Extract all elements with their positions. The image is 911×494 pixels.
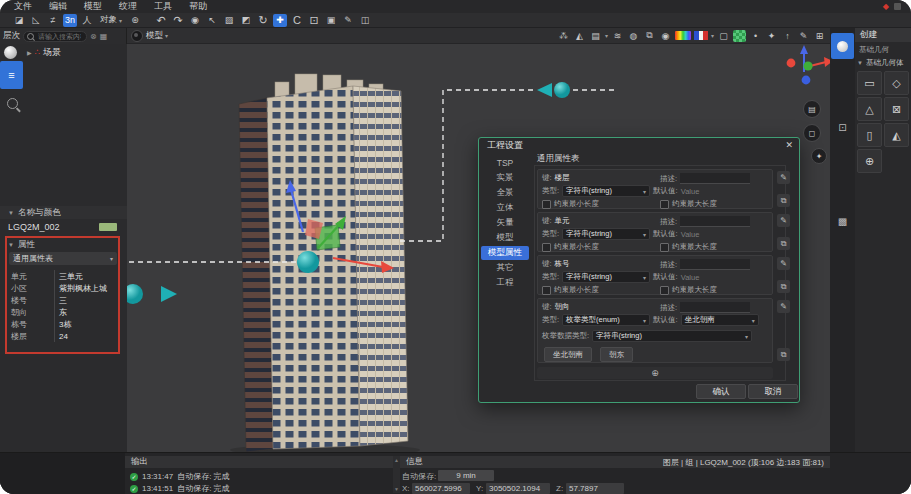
scroll-down-icon[interactable]: ▼ — [394, 486, 399, 492]
dot-icon[interactable]: • — [749, 29, 762, 42]
cylinder-tool-icon[interactable]: ▯ — [857, 123, 882, 147]
search-box[interactable] — [23, 31, 87, 42]
cube-view-button[interactable]: ◻ — [803, 124, 821, 142]
tab-panorama[interactable]: 全景 — [481, 186, 529, 200]
menu-edit[interactable]: 编辑 — [49, 0, 67, 13]
max-length-checkbox[interactable] — [660, 243, 669, 252]
map-view-button[interactable]: ▤ — [803, 100, 821, 118]
search-clear-icon[interactable]: ⊗ — [90, 32, 97, 41]
desc-input[interactable] — [680, 173, 750, 184]
clone-icon[interactable]: ▣ — [324, 14, 338, 27]
expand-icon[interactable]: ▶ — [27, 49, 32, 56]
chevron-down-icon[interactable]: ▾ — [605, 32, 608, 39]
lock-icon[interactable]: ◪ — [12, 14, 26, 27]
enum-value-button[interactable]: 朝东 — [600, 347, 633, 362]
object-dropdown[interactable]: 对象 ▾ — [100, 14, 122, 26]
robot-icon[interactable]: ⊛ — [128, 14, 142, 27]
desc-input[interactable] — [680, 302, 750, 313]
measure-icon[interactable]: ✎ — [341, 14, 355, 27]
name-color-section-header[interactable]: ▼ 名称与颜色 — [0, 206, 127, 219]
confirm-button[interactable]: 确认 — [696, 384, 746, 399]
scale-icon[interactable]: ⊡ — [307, 14, 321, 27]
copy-icon[interactable]: ⧉ — [777, 194, 790, 207]
checker-view-icon[interactable] — [733, 30, 746, 42]
axis-gizmo[interactable] — [787, 45, 830, 84]
output-scrollbar[interactable]: ▲ ▼ — [393, 456, 400, 493]
protractor-icon[interactable]: ◺ — [29, 14, 43, 27]
viewport-mode-label[interactable]: 模型 — [146, 30, 163, 42]
tab-model-properties[interactable]: 模型属性 — [481, 246, 529, 260]
copy-icon[interactable]: ⧉ — [777, 237, 790, 250]
panel-grid-icon[interactable]: ▦ — [100, 32, 108, 41]
axes-icon[interactable]: 人 — [80, 14, 94, 27]
desc-input[interactable] — [680, 216, 750, 227]
cone-icon[interactable]: ◭ — [573, 29, 586, 42]
border-toggle-icon[interactable]: ▢ — [717, 29, 730, 42]
enum-value-button[interactable]: 坐北朝南 — [544, 347, 592, 362]
chevron-down-icon[interactable]: ▾ — [711, 32, 714, 39]
max-length-checkbox[interactable] — [660, 200, 669, 209]
arrow-up-icon[interactable]: ↑ — [781, 29, 794, 42]
menu-help[interactable]: 帮助 — [189, 0, 207, 13]
orbit-icon[interactable]: ↻ — [256, 14, 270, 27]
menu-tools[interactable]: 工具 — [154, 0, 172, 13]
dialog-title-bar[interactable]: 工程设置 — [479, 138, 799, 153]
scroll-up-icon[interactable]: ▲ — [394, 457, 399, 463]
polygon-tool-icon[interactable]: ◇ — [884, 71, 909, 95]
tab-model[interactable]: 模型 — [481, 231, 529, 245]
rainbow-swatch-icon[interactable] — [675, 31, 691, 40]
cancel-button[interactable]: 取消 — [748, 384, 798, 399]
undo-icon[interactable]: ↶ — [154, 14, 168, 27]
image-icon[interactable]: ▤ — [589, 29, 602, 42]
desc-input[interactable] — [680, 259, 750, 270]
search-input[interactable] — [36, 32, 83, 41]
close-icon[interactable]: ✕ — [785, 140, 793, 150]
mask-icon[interactable]: ▨ — [222, 14, 236, 27]
type-dropdown[interactable]: 字符串(string) ▾ — [562, 271, 650, 283]
color-swatch[interactable] — [99, 223, 117, 231]
default-value[interactable]: Value — [681, 187, 700, 196]
properties-section-header[interactable]: ▼ 属性 — [0, 238, 127, 251]
type-dropdown[interactable]: 字符串(string) ▾ — [562, 185, 650, 197]
geometry-section-header[interactable]: ▼ 基础几何体 — [857, 58, 903, 68]
add-property-button[interactable]: ⊕ — [537, 367, 773, 379]
chevron-down-icon[interactable]: ▾ — [165, 32, 168, 39]
hierarchy-list-tab[interactable]: ≡ — [0, 61, 23, 89]
gear-icon[interactable]: ✦ — [765, 29, 778, 42]
sphere-icon[interactable]: ◉ — [659, 29, 672, 42]
tab-realscene[interactable]: 实景 — [481, 171, 529, 185]
tab-vector[interactable]: 矢量 — [481, 216, 529, 230]
cloud-icon[interactable]: ≋ — [611, 29, 624, 42]
plane-tool-icon[interactable]: ⊠ — [884, 97, 909, 121]
menu-texture[interactable]: 纹理 — [119, 0, 137, 13]
rectangle-tool-icon[interactable]: ▭ — [857, 71, 882, 95]
stack-icon[interactable]: ⧉ — [643, 29, 656, 42]
cone-tool-icon[interactable]: ◭ — [884, 123, 909, 147]
viewport-gear-button[interactable]: ✦ — [811, 148, 827, 164]
layout-icon[interactable]: ◫ — [358, 14, 372, 27]
key-value[interactable]: 朝向 — [555, 302, 570, 312]
min-length-checkbox[interactable] — [542, 243, 551, 252]
enum-type-dropdown[interactable]: 字符串(string) ▾ — [592, 330, 752, 342]
menu-model[interactable]: 模型 — [84, 0, 102, 13]
sphere-tool-icon[interactable]: ⊕ — [857, 149, 882, 173]
default-value[interactable]: Value — [681, 273, 700, 282]
globe-mode-icon[interactable]: ◍ — [627, 29, 640, 42]
lock-selection-icon[interactable]: ◩ — [239, 14, 253, 27]
edit-icon[interactable]: ✎ — [797, 29, 810, 42]
key-value[interactable]: 楼层 — [555, 173, 570, 183]
create-tab-icon[interactable] — [831, 33, 854, 59]
type-dropdown[interactable]: 字符串(string) ▾ — [562, 228, 650, 240]
tree-item-scene[interactable]: ▶ ∴ 场景 — [27, 46, 61, 59]
copy-icon[interactable]: ⧉ — [777, 280, 790, 293]
rotate-icon[interactable]: C — [290, 14, 304, 27]
property-table-dropdown[interactable]: 通用属性表 ▾ — [9, 252, 117, 265]
triangle-tool-icon[interactable]: △ — [857, 97, 882, 121]
material-ball-icon[interactable] — [4, 46, 17, 59]
copy-icon[interactable]: ⧉ — [777, 348, 790, 361]
menu-file[interactable]: 文件 — [14, 0, 32, 13]
edit-icon[interactable]: ✎ — [777, 300, 790, 313]
min-length-checkbox[interactable] — [542, 286, 551, 295]
edit-icon[interactable]: ✎ — [777, 171, 790, 184]
grid-view-icon[interactable]: ⊞ — [813, 29, 826, 42]
